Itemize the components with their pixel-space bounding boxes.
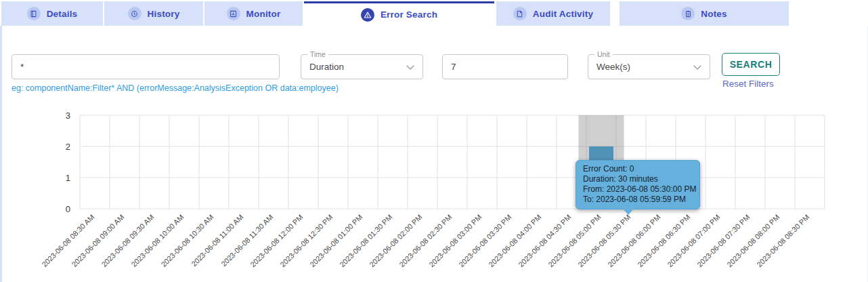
tooltip-error-count: Error Count: 0 (583, 164, 693, 174)
tooltip-duration: Duration: 30 minutes (583, 174, 693, 184)
tab-details[interactable]: Details (1, 1, 103, 26)
tab-history[interactable]: History (104, 1, 203, 26)
svg-text:2023-06-08 07:00 PM: 2023-06-08 07:00 PM (666, 213, 721, 268)
svg-text:2023-06-08 01:30 PM: 2023-06-08 01:30 PM (338, 213, 393, 268)
svg-text:2023-06-08 07:30 PM: 2023-06-08 07:30 PM (695, 213, 751, 268)
svg-text:2023-06-08 06:30 PM: 2023-06-08 06:30 PM (636, 213, 691, 268)
search-button[interactable]: SEARCH (722, 53, 780, 76)
document-icon (513, 7, 527, 20)
chart-tooltip: Error Count: 0 Duration: 30 minutes From… (576, 160, 700, 209)
svg-text:2023-06-08 11:30 AM: 2023-06-08 11:30 AM (219, 213, 274, 268)
time-select-label: Time (307, 50, 328, 58)
svg-text:2023-06-08 09:00 AM: 2023-06-08 09:00 AM (70, 213, 125, 268)
svg-text:2023-06-08 04:00 PM: 2023-06-08 04:00 PM (487, 213, 542, 268)
warning-icon (361, 8, 374, 22)
svg-text:2023-06-08 04:30 PM: 2023-06-08 04:30 PM (517, 213, 572, 268)
svg-text:2023-06-08 05:30 PM: 2023-06-08 05:30 PM (576, 213, 632, 268)
svg-text:2023-06-08 12:30 PM: 2023-06-08 12:30 PM (278, 213, 334, 268)
chevron-down-icon (691, 61, 703, 76)
tab-label: Error Search (381, 9, 437, 20)
svg-text:0: 0 (66, 204, 70, 214)
notes-icon (681, 7, 695, 20)
bar-chart-canvas[interactable]: 01232023-06-08 08:30 AM2023-06-08 09:00 … (0, 102, 868, 282)
tooltip-from: From: 2023-06-08 05:30:00 PM (583, 184, 693, 195)
query-input[interactable] (12, 54, 280, 79)
book-icon (27, 7, 41, 20)
tab-monitor[interactable]: Monitor (204, 1, 303, 26)
tab-label: Audit Activity (533, 9, 593, 19)
error-count-chart[interactable]: 01232023-06-08 08:30 AM2023-06-08 09:00 … (0, 102, 868, 282)
chevron-down-icon (404, 61, 416, 76)
svg-text:2023-06-08 03:30 PM: 2023-06-08 03:30 PM (457, 213, 513, 268)
reset-filters-link[interactable]: Reset Filters (722, 79, 774, 89)
time-select[interactable]: Time Duration (301, 54, 423, 79)
unit-select-label: Unit (594, 50, 613, 58)
tab-audit-activity[interactable]: Audit Activity (496, 1, 610, 26)
svg-text:2023-06-08 08:30 AM: 2023-06-08 08:30 AM (40, 213, 95, 268)
svg-text:2023-06-08 02:30 PM: 2023-06-08 02:30 PM (397, 213, 453, 268)
svg-text:2023-06-08 08:00 PM: 2023-06-08 08:00 PM (725, 213, 781, 268)
duration-count-input[interactable] (442, 54, 568, 79)
unit-select[interactable]: Unit Week(s) (588, 54, 710, 79)
svg-text:2023-06-08 03:00 PM: 2023-06-08 03:00 PM (427, 213, 483, 268)
svg-text:2023-06-08 01:00 PM: 2023-06-08 01:00 PM (308, 213, 364, 268)
svg-text:2023-06-08 05:00 PM: 2023-06-08 05:00 PM (546, 213, 602, 268)
svg-text:1: 1 (66, 173, 70, 183)
tooltip-to: To: 2023-06-08 05:59:59 PM (583, 195, 693, 205)
time-select-value: Duration (309, 62, 344, 72)
svg-text:2023-06-08 11:00 AM: 2023-06-08 11:00 AM (190, 213, 244, 268)
svg-text:2023-06-08 06:00 PM: 2023-06-08 06:00 PM (606, 213, 661, 268)
svg-text:2023-06-08 09:30 AM: 2023-06-08 09:30 AM (100, 213, 155, 268)
svg-text:2023-06-08 08:30 PM: 2023-06-08 08:30 PM (755, 213, 810, 268)
query-hint: eg: componentName:Filter* AND (errorMess… (12, 83, 339, 93)
tab-label: Details (47, 9, 78, 19)
svg-text:2023-06-08 12:00 PM: 2023-06-08 12:00 PM (248, 213, 304, 268)
svg-text:2: 2 (66, 142, 70, 152)
svg-text:3: 3 (66, 110, 70, 121)
svg-text:2023-06-08 10:00 AM: 2023-06-08 10:00 AM (129, 213, 185, 268)
svg-text:2023-06-08 02:00 PM: 2023-06-08 02:00 PM (368, 213, 423, 268)
tab-label: History (148, 9, 180, 19)
tab-label: Notes (701, 9, 727, 19)
tab-error-search[interactable]: Error Search (304, 1, 494, 26)
history-icon (128, 7, 142, 20)
tab-bar: Details History Monitor (0, 0, 868, 26)
tab-label: Monitor (246, 9, 281, 19)
bar-chart-icon (227, 7, 240, 20)
unit-select-value: Week(s) (596, 62, 630, 72)
error-search-page: Details History Monitor (0, 0, 868, 282)
tab-notes[interactable]: Notes (620, 1, 789, 26)
svg-text:2023-06-08 10:30 AM: 2023-06-08 10:30 AM (159, 213, 215, 268)
